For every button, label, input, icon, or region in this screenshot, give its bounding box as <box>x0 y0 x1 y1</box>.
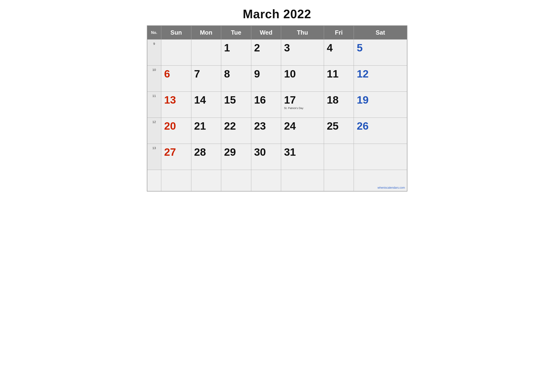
day-cell: 17St. Patrick's Day <box>281 92 324 118</box>
day-cell <box>161 40 191 66</box>
day-number: 8 <box>224 68 230 80</box>
day-cell: 22 <box>221 118 251 144</box>
day-number: 15 <box>224 94 236 106</box>
day-cell: 14 <box>191 92 221 118</box>
day-cell <box>324 144 354 170</box>
week-number: 12 <box>147 118 161 144</box>
day-cell <box>191 40 221 66</box>
day-cell: 29 <box>221 144 251 170</box>
header-no: No. <box>147 26 161 40</box>
day-number: 3 <box>284 42 290 54</box>
day-cell: 4 <box>324 40 354 66</box>
day-number: 10 <box>284 68 296 80</box>
watermark-link[interactable]: wheniscalendars.com <box>378 186 405 189</box>
week-row: 132728293031 <box>147 144 407 170</box>
day-number: 13 <box>164 94 176 106</box>
header-mon: Mon <box>191 26 221 40</box>
day-cell: 21 <box>191 118 221 144</box>
header-row: No. Sun Mon Tue Wed Thu Fri Sat <box>147 26 407 40</box>
calendar-title: March 2022 <box>147 7 407 21</box>
day-cell: 1 <box>221 40 251 66</box>
header-fri: Fri <box>324 26 354 40</box>
day-cell: 7 <box>191 66 221 92</box>
holiday-label: St. Patrick's Day <box>284 107 321 110</box>
empty-cell <box>221 170 251 191</box>
day-cell: 11 <box>324 66 354 92</box>
day-number: 17 <box>284 94 296 106</box>
day-cell: 9 <box>251 66 281 92</box>
day-number: 20 <box>164 120 176 132</box>
day-number: 28 <box>194 146 206 158</box>
day-number: 21 <box>194 120 206 132</box>
day-number: 30 <box>254 146 266 158</box>
day-number: 26 <box>357 120 368 132</box>
week-row: 106789101112 <box>147 66 407 92</box>
watermark-cell: wheniscalendars.com <box>354 170 407 191</box>
week-number: 13 <box>147 144 161 170</box>
day-number: 27 <box>164 146 176 158</box>
day-cell: 20 <box>161 118 191 144</box>
week-row: 111314151617St. Patrick's Day1819 <box>147 92 407 118</box>
empty-cell <box>281 170 324 191</box>
day-number: 2 <box>254 42 260 54</box>
day-number: 16 <box>254 94 266 106</box>
week-row: 912345 <box>147 40 407 66</box>
day-cell: 23 <box>251 118 281 144</box>
day-cell: 15 <box>221 92 251 118</box>
day-cell: 8 <box>221 66 251 92</box>
week-row: 1220212223242526 <box>147 118 407 144</box>
day-number: 12 <box>357 68 368 80</box>
day-number: 7 <box>194 68 200 80</box>
day-number: 6 <box>164 68 170 80</box>
day-number: 18 <box>327 94 339 106</box>
day-cell: 28 <box>191 144 221 170</box>
day-cell: 2 <box>251 40 281 66</box>
day-cell: 24 <box>281 118 324 144</box>
day-number: 9 <box>254 68 260 80</box>
day-cell: 16 <box>251 92 281 118</box>
day-number: 22 <box>224 120 236 132</box>
empty-cell <box>324 170 354 191</box>
day-cell: 26 <box>354 118 407 144</box>
day-number: 1 <box>224 42 230 54</box>
calendar-table: No. Sun Mon Tue Wed Thu Fri Sat 91234510… <box>147 25 407 191</box>
day-cell: 10 <box>281 66 324 92</box>
day-cell: 25 <box>324 118 354 144</box>
day-cell: 12 <box>354 66 407 92</box>
day-number: 11 <box>327 68 339 80</box>
day-number: 25 <box>327 120 339 132</box>
day-cell: 31 <box>281 144 324 170</box>
empty-cell <box>161 170 191 191</box>
day-number: 29 <box>224 146 236 158</box>
day-cell: 19 <box>354 92 407 118</box>
day-cell: 18 <box>324 92 354 118</box>
day-number: 24 <box>284 120 296 132</box>
empty-cell <box>251 170 281 191</box>
day-cell: 6 <box>161 66 191 92</box>
day-number: 23 <box>254 120 266 132</box>
day-cell <box>354 144 407 170</box>
day-cell: 13 <box>161 92 191 118</box>
day-cell: 30 <box>251 144 281 170</box>
empty-cell <box>191 170 221 191</box>
week-number: 9 <box>147 40 161 66</box>
calendar-wrapper: March 2022 No. Sun Mon Tue Wed Thu Fri S… <box>147 7 407 191</box>
header-sat: Sat <box>354 26 407 40</box>
header-sun: Sun <box>161 26 191 40</box>
day-number: 5 <box>357 42 363 54</box>
empty-row: wheniscalendars.com <box>147 170 407 191</box>
day-cell: 5 <box>354 40 407 66</box>
day-number: 19 <box>357 94 368 106</box>
header-thu: Thu <box>281 26 324 40</box>
day-number: 14 <box>194 94 206 106</box>
day-cell: 27 <box>161 144 191 170</box>
week-number: 10 <box>147 66 161 92</box>
day-cell: 3 <box>281 40 324 66</box>
header-wed: Wed <box>251 26 281 40</box>
header-tue: Tue <box>221 26 251 40</box>
week-number-empty <box>147 170 161 191</box>
week-number: 11 <box>147 92 161 118</box>
day-number: 4 <box>327 42 333 54</box>
day-number: 31 <box>284 146 296 158</box>
